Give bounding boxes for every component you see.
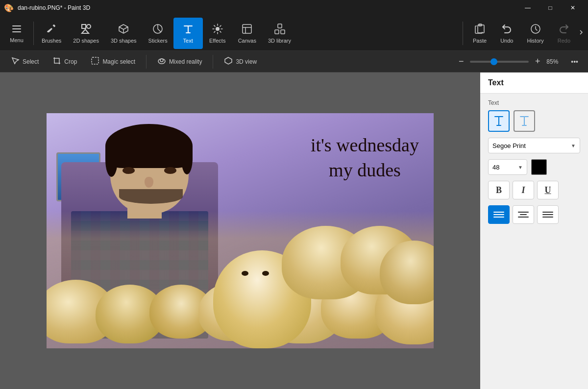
magic-select-icon xyxy=(91,56,99,67)
size-select[interactable]: 48 ▼ xyxy=(488,159,527,175)
select-label: Select xyxy=(23,58,39,65)
window-title: dan-rubino.PNG* - Paint 3D xyxy=(18,4,90,11)
text-icon xyxy=(182,23,194,37)
history-label: History xyxy=(527,38,543,44)
align-center-button[interactable] xyxy=(513,205,534,224)
align-line xyxy=(520,214,527,215)
align-left-icon xyxy=(493,212,504,218)
crop-icon xyxy=(52,56,61,67)
3d-view-button[interactable]: 3D view xyxy=(219,54,262,70)
redo-icon xyxy=(558,23,570,37)
font-row: Segoe Print ▼ xyxy=(488,138,580,153)
beard xyxy=(119,189,183,204)
text-style-regular-button[interactable] xyxy=(488,110,510,132)
magic-select-label: Magic select xyxy=(102,58,135,65)
3d-shapes-button[interactable]: 3D shapes xyxy=(105,18,143,49)
magic-select-button[interactable]: Magic select xyxy=(86,54,140,70)
font-select[interactable]: Segoe Print ▼ xyxy=(488,138,580,153)
color-swatch[interactable] xyxy=(531,159,547,175)
text-button[interactable]: Text xyxy=(173,18,203,49)
zoom-out-button[interactable]: − xyxy=(455,56,467,68)
left-eye xyxy=(122,167,135,174)
stickers-button[interactable]: Stickers xyxy=(143,18,173,49)
underline-button[interactable]: U xyxy=(537,181,559,199)
align-left-button[interactable] xyxy=(488,205,510,224)
2d-shapes-button[interactable]: 2D shapes xyxy=(67,18,105,49)
italic-button[interactable]: I xyxy=(513,181,534,199)
bold-button[interactable]: B xyxy=(488,181,510,199)
brushes-icon xyxy=(46,23,57,37)
svg-rect-9 xyxy=(275,30,279,34)
brushes-button[interactable]: Brushes xyxy=(36,18,67,49)
canvas-icon xyxy=(241,23,253,37)
panel-header: Text xyxy=(480,73,588,94)
paste-icon xyxy=(474,23,486,37)
redo-button[interactable]: Redo xyxy=(552,18,576,49)
mixed-reality-label: Mixed reality xyxy=(169,58,202,65)
canvas-inner: it's wednesday my dudes xyxy=(47,113,434,348)
text-style-outline-button[interactable] xyxy=(514,110,535,132)
zoom-slider[interactable] xyxy=(470,61,529,63)
menu-button[interactable]: Menu xyxy=(2,18,31,49)
text-style-row xyxy=(488,110,580,132)
effects-button[interactable]: Effects xyxy=(203,18,232,49)
font-size-value: 48 xyxy=(492,164,499,171)
2d-shapes-icon xyxy=(80,23,92,37)
svg-rect-15 xyxy=(92,57,98,64)
align-right-button[interactable] xyxy=(537,205,559,224)
align-line xyxy=(493,212,504,213)
panel-title: Text xyxy=(488,78,504,87)
chevron-down-icon: ▼ xyxy=(571,143,576,148)
crop-button[interactable]: Crop xyxy=(48,54,82,70)
undo-button[interactable]: Undo xyxy=(494,18,519,49)
paste-button[interactable]: Paste xyxy=(467,18,492,49)
paste-label: Paste xyxy=(473,38,487,44)
zoom-in-button[interactable]: + xyxy=(532,56,543,68)
3d-library-button[interactable]: 3D library xyxy=(262,18,297,49)
undo-label: Undo xyxy=(500,38,513,44)
close-button[interactable]: ✕ xyxy=(562,0,584,16)
canvas-button[interactable]: Canvas xyxy=(232,18,262,49)
meme-text-container: it's wednesday my dudes xyxy=(311,133,419,183)
canvas-area[interactable]: it's wednesday my dudes xyxy=(0,73,480,389)
menu-label: Menu xyxy=(10,37,24,43)
nose xyxy=(145,177,153,188)
size-row: 48 ▼ xyxy=(488,159,580,175)
select-button[interactable]: Select xyxy=(6,54,44,70)
svg-marker-5 xyxy=(82,29,89,33)
text-style-section: Text Segoe Prin xyxy=(480,94,588,230)
canvas-image: it's wednesday my dudes xyxy=(47,113,434,348)
svg-rect-3 xyxy=(82,24,86,28)
size-chevron-icon: ▼ xyxy=(518,165,523,170)
svg-point-17 xyxy=(160,59,163,62)
italic-label: I xyxy=(521,185,525,195)
frog-eye-l xyxy=(242,271,248,276)
text-section-label: Text xyxy=(488,99,580,106)
toolbar-divider-2 xyxy=(463,22,463,45)
maximize-button[interactable]: □ xyxy=(539,0,562,16)
more-options-button[interactable]: ••• xyxy=(567,56,582,68)
mixed-reality-button[interactable]: Mixed reality xyxy=(152,54,207,70)
align-row xyxy=(488,205,580,224)
svg-rect-1 xyxy=(12,28,21,29)
align-line xyxy=(542,214,553,215)
underline-label: U xyxy=(545,185,551,195)
menu-icon xyxy=(11,24,22,36)
history-icon xyxy=(530,23,541,37)
sec-divider-2 xyxy=(213,55,213,69)
zoom-percent: 85% xyxy=(546,58,564,65)
redo-label: Redo xyxy=(558,38,570,44)
align-right-icon xyxy=(542,212,553,218)
3d-view-label: 3D view xyxy=(236,58,257,65)
hair-top xyxy=(105,124,193,168)
svg-rect-10 xyxy=(281,30,285,34)
minimize-button[interactable]: — xyxy=(516,0,539,16)
font-name: Segoe Print xyxy=(492,142,526,149)
svg-rect-0 xyxy=(12,25,21,26)
frog-eye-r xyxy=(262,271,269,276)
hair-right xyxy=(181,143,193,174)
history-button[interactable]: History xyxy=(521,18,549,49)
align-line xyxy=(493,217,504,218)
align-line xyxy=(518,217,529,218)
3d-library-label: 3D library xyxy=(268,38,291,44)
